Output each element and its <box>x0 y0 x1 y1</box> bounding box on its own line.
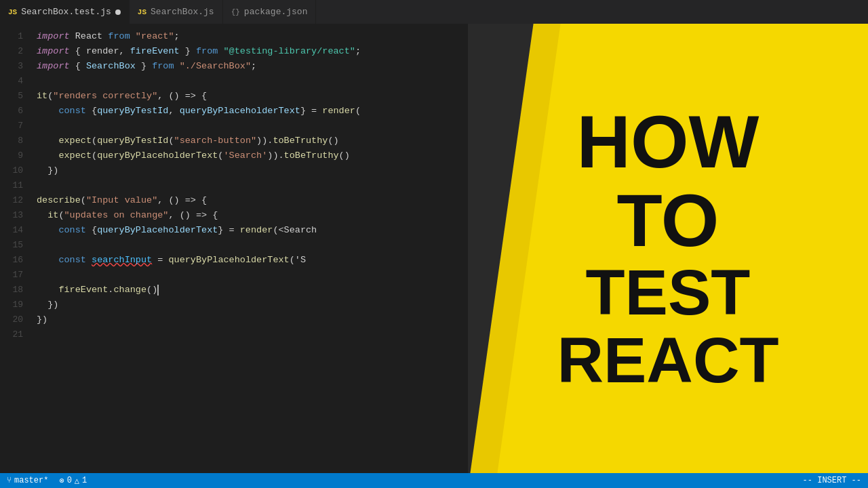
code-line: const {queryByPlaceholderText} = render(… <box>37 223 468 238</box>
warning-icon: △ <box>75 476 79 486</box>
code-line: import { render, fireEvent } from "@test… <box>37 44 468 59</box>
code-line: }) <box>37 163 468 178</box>
code-line: expect(queryByPlaceholderText('Search'))… <box>37 148 468 163</box>
main-content: 12345 678910 1112131415 1617181920 21 im… <box>0 24 868 473</box>
code-line: describe("Input value", () => { <box>37 193 468 208</box>
code-line <box>37 178 468 193</box>
mode-label: -- INSERT -- <box>803 476 861 485</box>
code-line <box>37 119 468 134</box>
code-line <box>37 238 468 253</box>
modified-indicator <box>115 9 121 15</box>
js-icon: JS <box>8 8 17 16</box>
text-test: TEST <box>557 259 778 327</box>
js-icon: JS <box>138 8 146 16</box>
error-num: 0 <box>67 476 72 485</box>
code-line: const searchInput = queryByPlaceholderTe… <box>37 253 468 268</box>
tab-label: SearchBox.test.js <box>21 7 111 17</box>
code-lines: import React from "react"; import { rend… <box>34 24 468 348</box>
code-line: import React from "react"; <box>37 29 468 44</box>
text-how: HOW <box>557 102 778 181</box>
code-line: }) <box>37 312 468 327</box>
code-line <box>37 74 468 89</box>
code-line: const {queryByTestId, queryByPlaceholder… <box>37 104 468 119</box>
git-branch: ⑂ master* <box>7 476 48 485</box>
pkg-icon: {} <box>231 8 240 16</box>
code-line: expect(queryByTestId("search-button")).t… <box>37 134 468 148</box>
tab-label: package.json <box>244 7 308 17</box>
text-react: REACT <box>557 327 778 394</box>
code-line: fireEvent.change() <box>37 283 468 298</box>
editor-mode: -- INSERT -- <box>803 476 861 485</box>
branch-icon: ⑂ <box>7 476 12 485</box>
tab-package-json[interactable]: {} package.json <box>223 0 317 24</box>
code-editor[interactable]: 12345 678910 1112131415 1617181920 21 im… <box>0 24 468 473</box>
error-icon: ⊗ <box>59 476 64 486</box>
tab-searchbox[interactable]: JS SearchBox.js <box>130 0 223 24</box>
tab-searchbox-test[interactable]: JS SearchBox.test.js <box>0 0 130 24</box>
yellow-panel: HOW TO TEST REACT <box>468 24 868 473</box>
code-line: import { SearchBox } from "./SearchBox"; <box>37 59 468 74</box>
tab-label: SearchBox.js <box>151 7 214 17</box>
text-to: TO <box>557 181 778 260</box>
status-bar: ⑂ master* ⊗ 0 △ 1 -- INSERT -- <box>0 473 868 488</box>
warning-num: 1 <box>82 476 87 485</box>
code-area: 12345 678910 1112131415 1617181920 21 im… <box>0 24 468 348</box>
how-to-text: HOW TO TEST REACT <box>557 102 778 394</box>
code-line <box>37 268 468 283</box>
error-count: ⊗ 0 △ 1 <box>59 476 87 486</box>
tab-bar: JS SearchBox.test.js JS SearchBox.js {} … <box>0 0 868 24</box>
branch-name: master* <box>14 476 48 485</box>
code-line: it("updates on change", () => { <box>37 208 468 223</box>
code-line: it("renders correctly", () => { <box>37 89 468 104</box>
line-numbers: 12345 678910 1112131415 1617181920 21 <box>0 24 34 348</box>
code-line: }) <box>37 298 468 312</box>
code-line <box>37 327 468 342</box>
